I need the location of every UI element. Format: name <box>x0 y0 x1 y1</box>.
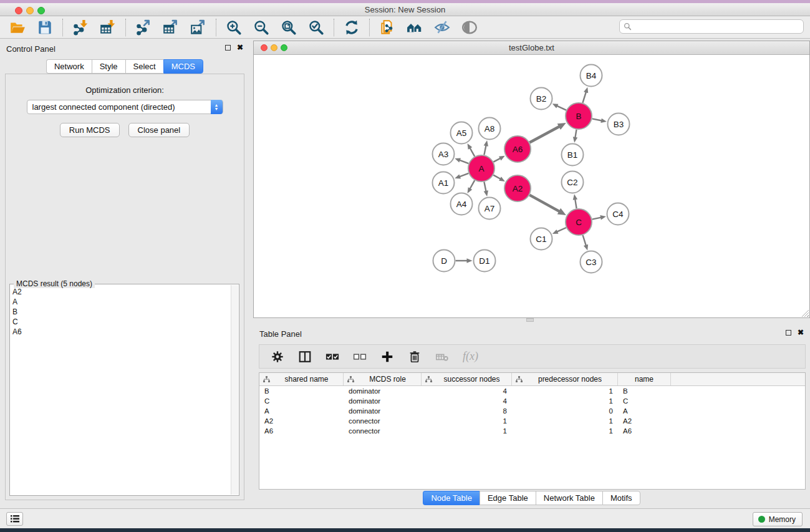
select-all-icon[interactable] <box>325 350 339 364</box>
network-canvas[interactable]: B4 B2 B B3 A8 A5 A6 A3 B1 A A1 C2 A2 <box>254 55 809 317</box>
node-A2[interactable]: A2 <box>504 175 531 201</box>
save-session-icon[interactable] <box>36 19 54 36</box>
node-D[interactable]: D <box>433 250 455 272</box>
mcds-result-list[interactable]: A2ABCA6 <box>12 287 230 494</box>
node-A3[interactable]: A3 <box>433 143 455 165</box>
table-cell[interactable]: C <box>259 396 344 406</box>
table-tab-node-table[interactable]: Node Table <box>423 491 480 505</box>
edge-C-C4[interactable] <box>592 218 602 220</box>
table-cell[interactable]: A2 <box>618 416 671 426</box>
table-cell[interactable]: A <box>259 406 344 416</box>
control-tab-style[interactable]: Style <box>92 59 125 74</box>
node-B3[interactable]: B3 <box>608 114 630 135</box>
close-panel-icon[interactable]: ✖ <box>237 44 243 51</box>
export-network-icon[interactable] <box>135 19 152 36</box>
node-A6[interactable]: A6 <box>504 136 531 162</box>
columns-icon[interactable] <box>298 350 312 364</box>
control-tab-network[interactable]: Network <box>46 59 92 74</box>
float-panel-icon[interactable] <box>225 45 231 51</box>
export-image-icon[interactable] <box>190 19 207 36</box>
table-cell[interactable]: dominator <box>344 386 422 396</box>
column-header-predecessor-nodes[interactable]: predecessor nodes <box>512 373 618 385</box>
gear-icon[interactable] <box>271 350 284 364</box>
open-session-icon[interactable] <box>9 19 26 36</box>
deselect-all-icon[interactable] <box>353 350 367 364</box>
column-header-name[interactable]: name <box>618 373 671 385</box>
table-cell[interactable]: B <box>618 386 671 396</box>
edge-B-B3[interactable] <box>592 118 602 120</box>
delete-table-icon[interactable] <box>435 350 449 364</box>
mcds-result-item[interactable]: A <box>12 297 230 307</box>
node-A8[interactable]: A8 <box>479 118 501 140</box>
mcds-result-item[interactable]: C <box>12 317 230 327</box>
control-tab-select[interactable]: Select <box>125 59 163 74</box>
edge-A2-C[interactable] <box>529 195 559 211</box>
table-row[interactable]: Bdominator41B <box>259 386 805 396</box>
delete-icon[interactable] <box>408 350 422 364</box>
table-cell[interactable]: 4 <box>422 386 512 396</box>
node-A1[interactable]: A1 <box>433 172 455 194</box>
table-cell[interactable]: 1 <box>512 396 618 406</box>
function-builder-icon[interactable]: f(x) <box>463 350 478 363</box>
search-field[interactable] <box>619 19 804 34</box>
table-row[interactable]: Cdominator41C <box>259 396 805 406</box>
node-table[interactable]: shared nameMCDS rolesuccessor nodesprede… <box>259 372 806 490</box>
table-row[interactable]: A2connector11A2 <box>259 416 805 426</box>
add-column-icon[interactable] <box>380 350 394 364</box>
close-panel-button[interactable]: Close panel <box>128 123 190 137</box>
table-cell[interactable]: C <box>618 396 671 406</box>
task-history-button[interactable] <box>6 512 23 526</box>
node-D1[interactable]: D1 <box>474 250 496 272</box>
table-cell[interactable]: 8 <box>422 406 512 416</box>
edge-B-B1[interactable] <box>575 130 576 138</box>
edge-A-A8[interactable] <box>484 145 486 155</box>
node-C2[interactable]: C2 <box>562 172 584 193</box>
node-B4[interactable]: B4 <box>581 65 602 87</box>
table-cell[interactable]: A2 <box>259 416 344 426</box>
node-C[interactable]: C <box>566 209 592 235</box>
table-cell[interactable]: 4 <box>422 396 512 406</box>
table-cell[interactable]: A6 <box>259 426 344 436</box>
edge-A-A1[interactable] <box>460 173 469 177</box>
table-tab-motifs[interactable]: Motifs <box>602 491 640 505</box>
table-cell[interactable]: A6 <box>618 426 671 436</box>
edge-A-A2[interactable] <box>493 175 501 179</box>
edge-A6-B[interactable] <box>529 127 559 143</box>
table-cell[interactable]: 1 <box>512 426 618 436</box>
result-scrollbar[interactable] <box>231 285 238 495</box>
table-cell[interactable]: A <box>618 406 671 416</box>
import-network-icon[interactable] <box>72 19 89 36</box>
table-cell[interactable]: connector <box>344 416 422 426</box>
close-table-panel-icon[interactable]: ✖ <box>798 329 804 336</box>
zoom-fit-icon[interactable] <box>280 19 297 36</box>
node-A5[interactable]: A5 <box>451 122 473 144</box>
duplicate-network-icon[interactable] <box>378 19 396 36</box>
edge-A-A3[interactable] <box>460 160 469 164</box>
table-tab-edge-table[interactable]: Edge Table <box>480 491 536 505</box>
control-tab-mcds[interactable]: MCDS <box>163 59 203 74</box>
edge-C-C3[interactable] <box>583 235 586 246</box>
node-C1[interactable]: C1 <box>531 228 552 250</box>
table-cell[interactable]: 1 <box>512 416 618 426</box>
table-cell[interactable]: B <box>259 386 344 396</box>
export-table-icon[interactable] <box>162 19 180 36</box>
table-cell[interactable]: 1 <box>422 426 512 436</box>
window-resize-grip[interactable] <box>801 309 809 317</box>
edge-A-A6[interactable] <box>493 158 500 162</box>
column-header-MCDS-role[interactable]: MCDS role <box>344 373 422 385</box>
node-A4[interactable]: A4 <box>451 193 473 215</box>
show-panels-icon[interactable] <box>461 19 478 36</box>
network-window-titlebar[interactable]: testGlobe.txt <box>254 41 809 55</box>
memory-button[interactable]: Memory <box>753 512 803 526</box>
zoom-selected-icon[interactable] <box>307 19 325 36</box>
node-C4[interactable]: C4 <box>607 203 629 225</box>
table-cell[interactable]: dominator <box>344 406 422 416</box>
import-table-icon[interactable] <box>99 19 117 36</box>
edge-A-A7[interactable] <box>484 182 486 191</box>
float-table-panel-icon[interactable] <box>786 330 791 336</box>
node-A[interactable]: A <box>468 155 494 181</box>
table-cell[interactable]: 1 <box>512 386 618 396</box>
edge-B-B2[interactable] <box>557 106 566 110</box>
node-B2[interactable]: B2 <box>531 88 552 110</box>
hide-panels-icon[interactable] <box>433 19 451 36</box>
